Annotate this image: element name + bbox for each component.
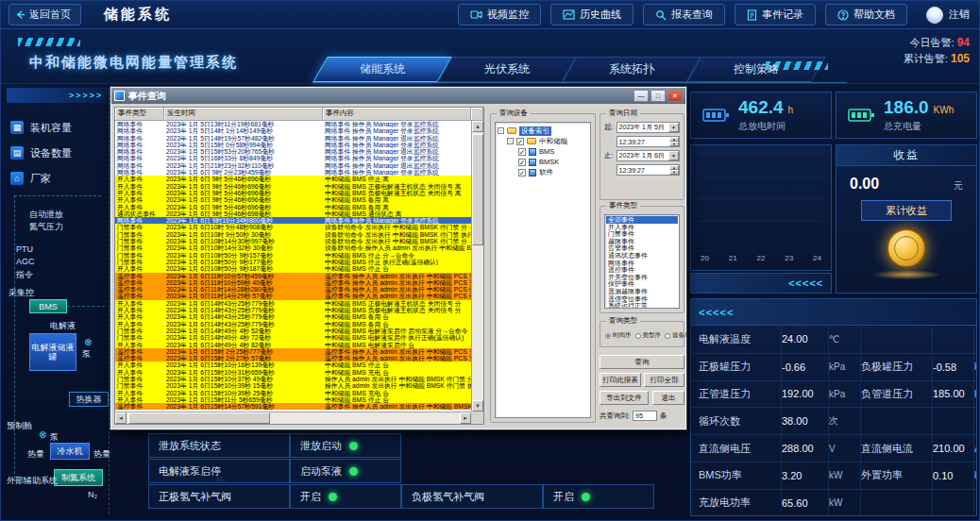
help-docs-button[interactable]: 帮助文档	[825, 4, 907, 25]
event-type-option[interactable]: 遥信变位事件	[606, 295, 678, 303]
event-row[interactable]: 门禁事件 2023年 1月 6日14时49分 4秒 72毫秒 中和储能 BMS …	[115, 334, 471, 341]
order-radio[interactable]: 时间序	[605, 331, 632, 340]
print-current-button[interactable]: 打印此报表	[600, 373, 641, 387]
spin-down-icon[interactable]: ▼	[669, 170, 679, 175]
event-row[interactable]: 遥控事件 2023年 1月 6日15时 2分27秒 57毫秒 遥控事件 操作人员…	[115, 355, 471, 361]
device-checkbox[interactable]: ✓	[518, 169, 526, 176]
event-row[interactable]: 网络事件 2023年 1月 6日 9时16分34秒800毫秒 网络事件 操作员 …	[115, 217, 471, 224]
event-row[interactable]: 开入事件 2023年 1月 6日14时49分 4秒 82毫秒 中和储能 BMS …	[115, 342, 471, 348]
event-type-option[interactable]: 系统运行正常	[606, 302, 678, 309]
event-row[interactable]: 门禁事件 2023年 1月 6日10时 9分48秒908毫秒 设备联动命令 发出…	[115, 224, 471, 230]
order-radio[interactable]: 设备序	[665, 331, 691, 340]
export-file-button[interactable]: 导出到文件	[600, 391, 649, 405]
exit-button[interactable]: 退出	[652, 391, 684, 405]
event-type-option[interactable]: 遥测越限事件	[606, 288, 678, 295]
sidebar-item-capacity[interactable]: ▦ 装机容量	[7, 116, 109, 139]
sidebar-item-manufacturer[interactable]: ⌂ 厂家	[7, 167, 109, 190]
event-row[interactable]: 门禁事件 2023年 1月 6日10时14分30秒997毫秒 设备联动命令 发出…	[115, 238, 471, 244]
print-all-button[interactable]: 打印全部	[644, 373, 684, 387]
event-type-option[interactable]: 开关变位事件	[606, 274, 678, 281]
pump-startstop-value[interactable]: 启动泵液	[290, 459, 401, 483]
device-checkbox[interactable]: ✓	[518, 148, 526, 156]
col-header-time[interactable]: 发生时间	[164, 108, 323, 121]
order-radio[interactable]: 类型序	[635, 331, 662, 340]
dropdown-arrow-icon[interactable]: ▼	[668, 123, 679, 132]
release-status-value[interactable]: 泄放启动	[290, 433, 401, 458]
event-row[interactable]: 通讯状态事件 2023年 1月 6日 9时 5分46秒698毫秒 中和储能 BM…	[115, 210, 471, 217]
event-type-option[interactable]: 网络事件	[606, 260, 678, 267]
neg-h2-valve-value[interactable]: 开启	[543, 484, 654, 509]
tree-root-row[interactable]: - 设备索引	[498, 126, 588, 136]
event-type-option[interactable]: 开入事件	[606, 224, 678, 231]
dropdown-arrow-icon[interactable]: ▼	[668, 151, 679, 160]
event-row[interactable]: 开入事件 2023年 1月 6日14时43分25秒779毫秒 中和储能 BMS …	[115, 300, 471, 307]
station-checkbox[interactable]: ✓	[516, 138, 524, 145]
logout-button[interactable]: 注销	[926, 7, 970, 24]
time-spinner[interactable]: ▲▼	[669, 165, 679, 175]
event-type-option[interactable]: 保护事件	[606, 280, 678, 288]
scroll-down-button[interactable]: ▼	[472, 400, 483, 412]
resize-gripper[interactable]	[471, 412, 483, 424]
device-checkbox[interactable]: ✓	[518, 159, 526, 166]
event-row[interactable]: 开入事件 2023年 1月 6日 9时 5分46秒696毫秒 中和储能 BMS …	[115, 204, 471, 210]
history-curve-button[interactable]: 历史曲线	[550, 4, 634, 25]
tree-device-row[interactable]: ✓ BMSK	[518, 157, 588, 167]
from-time-input[interactable]: 12:39:27▲▼	[617, 136, 680, 147]
event-type-option[interactable]: 通讯状态事件	[606, 252, 678, 260]
horizontal-scroll-thumb[interactable]	[128, 412, 270, 424]
event-row[interactable]: 门禁事件 2023年 1月 6日15时10分39秒 15毫秒 操作人员 admi…	[115, 382, 471, 389]
event-row[interactable]: 开入事件 2023年 1月 6日14时43分25秒779毫秒 中和储能 BMS …	[115, 321, 471, 328]
scroll-up-button[interactable]: ▲	[472, 121, 483, 132]
event-type-option[interactable]: 告警事件	[606, 244, 678, 252]
sidebar-item-devices[interactable]: ▤ 设备数量	[7, 142, 109, 164]
event-row[interactable]: 开入事件 2023年 1月 6日15时10分31秒659毫秒 中和储能 BMS …	[115, 369, 471, 376]
tab[interactable]: 系统拓扑	[569, 57, 694, 82]
tree-station-row[interactable]: - ✓ 中和储能	[507, 136, 588, 146]
event-row[interactable]: 开入事件 2023年 1月 6日15时10分39秒 25毫秒 中和储能 BMS …	[115, 390, 471, 396]
dialog-titlebar[interactable]: 事件查询 — □ ✕	[111, 88, 685, 104]
event-row[interactable]: 遥控事件 2023年 1月 6日11时10分59秒 40毫秒 遥控事件 操作人员…	[115, 279, 471, 286]
event-type-option[interactable]: 越限事件	[606, 238, 678, 245]
event-row[interactable]: 网络事件 2023年 1月 5日15时 0分58秒994毫秒 网络事件 操作员 …	[115, 142, 471, 148]
expander-icon[interactable]: -	[498, 127, 504, 134]
back-home-button[interactable]: 返回首页	[8, 4, 81, 25]
event-row[interactable]: 开入事件 2023年 1月 6日15时11分 5秒659毫秒 中和储能 BMS …	[115, 396, 471, 403]
event-row[interactable]: 网络事件 2023年 1月 5日15时53分20秒765毫秒 网络事件 操作员 …	[115, 148, 471, 155]
event-type-option[interactable]: 遥控事件	[606, 266, 678, 274]
event-row[interactable]: 开入事件 2023年 1月 6日 9时 5分46秒696毫秒 中和储能 BMS …	[115, 183, 471, 190]
event-row[interactable]: 遥控事件 2023年 1月 6日11时14分29秒 57毫秒 遥控事件 操作人员…	[115, 293, 471, 299]
event-row[interactable]: 门禁事件 2023年 1月 6日10时50分 9秒177毫秒 中和储能 BMS …	[115, 259, 471, 265]
minimize-button[interactable]: —	[634, 90, 649, 102]
spin-down-icon[interactable]: ▼	[669, 142, 679, 146]
event-row[interactable]: 门禁事件 2023年 1月 6日10时14分32秒 30毫秒 设备联动命令 操作…	[115, 244, 471, 251]
video-monitor-button[interactable]: 视频监控	[458, 4, 541, 25]
event-row[interactable]: 门禁事件 2023年 1月 6日15时10分37秒 49毫秒 操作人员 admi…	[115, 376, 471, 382]
event-row[interactable]: 开入事件 2023年 1月 6日15时10分16秒139毫秒 中和储能 BMS …	[115, 361, 471, 368]
event-row[interactable]: 遥控事件 2023年 1月 6日15时 2分25秒777毫秒 遥控事件 操作人员…	[115, 348, 471, 355]
event-row[interactable]: 开入事件 2023年 1月 6日 9时 5分46秒696毫秒 中和储能 BMS …	[115, 196, 471, 203]
radio-icon[interactable]	[635, 333, 641, 339]
tab[interactable]: 光伏系统	[445, 57, 569, 82]
event-row[interactable]: 开入事件 2023年 1月 6日 9时 5分46秒696毫秒 中和储能 BMS …	[115, 176, 471, 182]
close-button[interactable]: ✕	[667, 90, 683, 102]
event-row[interactable]: 开入事件 2023年 1月 6日10时50分 9秒187毫秒 中和储能 BMS …	[115, 265, 471, 272]
event-row[interactable]: 网络事件 2023年 1月 5日14时 1分14秒149毫秒 网络事件 操作员 …	[115, 127, 471, 134]
event-row[interactable]: 门禁事件 2023年 1月 6日10时50分 9秒157毫秒 中和储能 BMS …	[115, 252, 471, 259]
col-header-content[interactable]: 事件内容	[323, 108, 471, 121]
tree-device-row[interactable]: ✓ BMS	[518, 146, 588, 157]
to-time-input[interactable]: 12:39:27▲▼	[617, 164, 680, 176]
radio-icon[interactable]	[665, 333, 670, 339]
vertical-scroll-thumb[interactable]	[472, 134, 483, 245]
event-row[interactable]: 门禁事件 2023年 1月 6日14时49分 4秒 52毫秒 中和储能 BMS …	[115, 328, 471, 334]
event-row[interactable]: 遥控事件 2023年 1月 6日15时14分57秒591毫秒 遥控事件 操作人员…	[115, 403, 471, 410]
col-header-type[interactable]: 事件类型	[115, 108, 164, 121]
event-row[interactable]: 网络事件 2023年 1月 5日14时19分57秒482毫秒 网络事件 操作员 …	[115, 135, 471, 142]
event-row[interactable]: 开入事件 2023年 1月 6日14时43分25秒779毫秒 中和储能 BMS …	[115, 313, 471, 320]
radio-icon[interactable]	[605, 333, 611, 339]
event-row[interactable]: 网络事件 2023年 1月 5日16时33分 8秒849毫秒 网络事件 操作员 …	[115, 155, 471, 161]
event-row[interactable]: 遥控事件 2023年 1月 6日11时14分28秒280毫秒 遥控事件 操作人员…	[115, 286, 471, 293]
event-type-option[interactable]: 门禁事件	[606, 230, 678, 238]
event-row[interactable]: 遥控事件 2023年 1月 6日11时10分57秒459毫秒 遥控事件 操作人员…	[115, 273, 471, 279]
maximize-button[interactable]: □	[651, 90, 666, 102]
report-query-button[interactable]: 报表查询	[643, 4, 725, 25]
